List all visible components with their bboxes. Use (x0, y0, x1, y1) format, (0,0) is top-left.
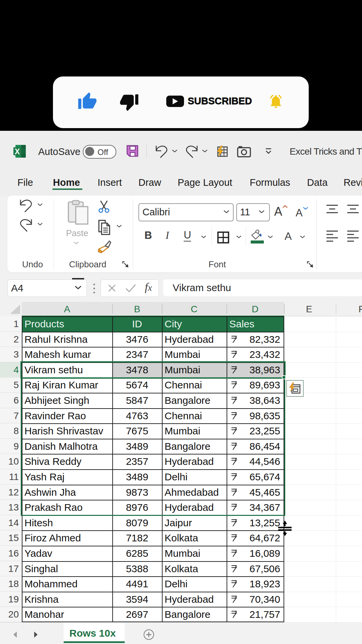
svg-text:X: X (15, 147, 20, 156)
